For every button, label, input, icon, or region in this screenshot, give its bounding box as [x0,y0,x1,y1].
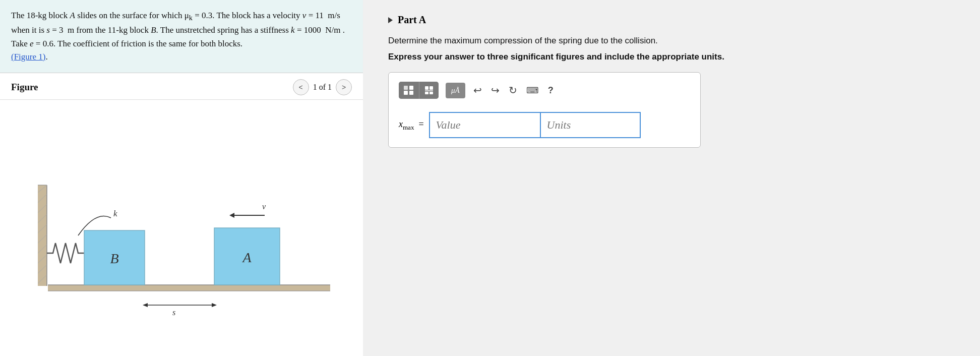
fraction-icon-button[interactable] [419,82,439,99]
block-a-label: A [241,250,252,265]
svg-rect-27 [425,86,428,90]
spring-k-label: k [113,209,117,218]
matrix-svg-icon [403,85,414,95]
refresh-button[interactable]: ↻ [508,82,518,98]
block-b-label: B [110,251,118,266]
input-row: xmax = [399,112,690,138]
figure-image-area: B A k v s [0,100,363,356]
prev-figure-button[interactable]: < [293,79,309,95]
part-label: Part A [398,14,426,26]
keyboard-button[interactable]: ⌨ [525,83,540,98]
mu-label: μÅ [451,86,460,94]
matrix-icon-button[interactable] [399,82,419,99]
figure-page-indicator: 1 of 1 [313,83,332,92]
right-panel: Part A Determine the maximum compression… [363,0,980,356]
question-text: Determine the maximum compression of the… [388,36,960,46]
velocity-label: v [262,202,266,211]
collapse-triangle-icon[interactable] [388,17,393,23]
next-figure-button[interactable]: > [336,79,352,95]
svg-marker-19 [229,213,234,218]
distance-s-label: s [172,308,175,317]
matrix-button-group[interactable] [399,82,439,99]
part-a-header: Part A [388,14,960,26]
fraction-svg-icon [424,85,434,95]
svg-rect-26 [409,91,413,95]
svg-marker-22 [212,303,217,307]
svg-rect-25 [404,91,408,95]
svg-rect-0 [48,285,330,291]
figure-title: Figure [11,82,38,93]
problem-text-area: The 18-kg block A slides on the surface … [0,0,363,73]
answer-box: μÅ ↩ ↪ ↻ ⌨ ? xmax = [388,72,701,148]
left-panel: The 18-kg block A slides on the surface … [0,0,363,356]
figure-svg: B A k v s [18,132,345,324]
mu-button[interactable]: μÅ [446,83,465,98]
svg-rect-28 [430,86,433,90]
help-button[interactable]: ? [547,83,555,98]
instruction-text: Express your answer to three significant… [388,52,960,62]
svg-rect-24 [409,86,413,90]
redo-button[interactable]: ↪ [490,82,501,98]
units-input[interactable] [540,112,641,138]
value-input[interactable] [429,112,540,138]
figure-drawing-container: B A k v s [18,132,345,324]
svg-marker-21 [143,303,148,307]
svg-rect-23 [404,86,408,90]
problem-text: The 18-kg block A slides on the surface … [11,11,345,62]
figure-nav: < 1 of 1 > [293,79,352,95]
undo-button[interactable]: ↩ [472,82,483,98]
svg-rect-30 [425,92,428,94]
svg-rect-31 [430,92,433,94]
variable-label: xmax = [399,119,424,132]
figure-header: Figure < 1 of 1 > [0,73,363,100]
subscript-max: max [403,123,414,131]
figure-link[interactable]: (Figure 1) [11,52,45,62]
toolbar: μÅ ↩ ↪ ↻ ⌨ ? [399,82,690,103]
